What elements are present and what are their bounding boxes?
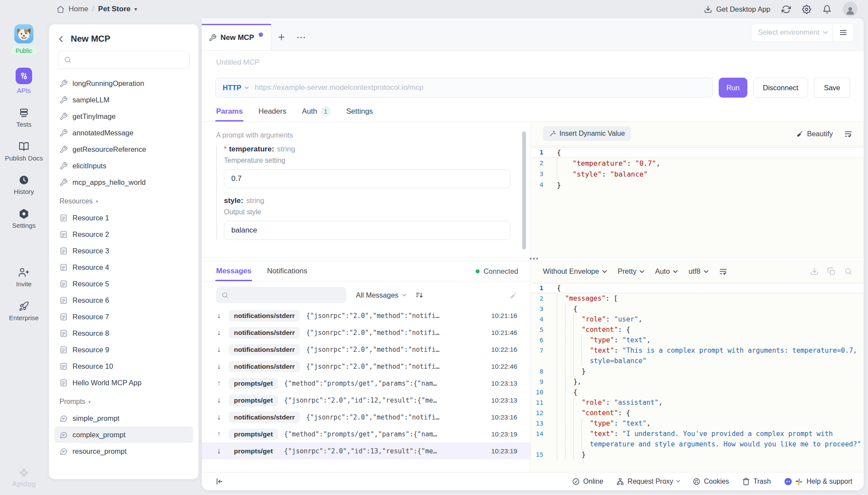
request-body-code[interactable]: 1 { 2 "temperature": "0.7", 3 "style": "… bbox=[531, 146, 864, 257]
rail-item-publish-docs[interactable]: Publish Docs bbox=[4, 141, 44, 163]
clear-messages-icon[interactable] bbox=[509, 291, 517, 299]
back-icon[interactable] bbox=[57, 35, 66, 43]
auth-count-badge: 1 bbox=[321, 106, 331, 116]
project-caret-icon[interactable]: ▾ bbox=[135, 6, 137, 12]
arrow-up-icon: ↑ bbox=[217, 429, 229, 439]
section-prompts[interactable]: Prompts ▾ bbox=[54, 393, 193, 410]
field-input-temperature[interactable]: 0.7 bbox=[224, 169, 510, 188]
explorer-search-input[interactable] bbox=[58, 51, 190, 69]
line-content: { bbox=[551, 387, 864, 397]
cookies-button[interactable]: Cookies bbox=[693, 478, 729, 485]
collapse-sidebar-icon[interactable] bbox=[215, 477, 224, 486]
url-input[interactable]: HTTP https://example-server.modelcontext… bbox=[215, 78, 713, 98]
resource-item-resource-6[interactable]: Resource 6 bbox=[54, 292, 193, 308]
save-button[interactable]: Save bbox=[814, 78, 850, 98]
tab-auth[interactable]: Auth1 bbox=[302, 101, 331, 121]
breadcrumb-project[interactable]: Pet Store bbox=[98, 5, 131, 13]
prompt-item-simple-prompt[interactable]: simple_prompt bbox=[54, 410, 193, 426]
rail-item-apis[interactable]: APIs bbox=[4, 68, 44, 95]
rail-item-invite[interactable]: Invite bbox=[4, 267, 44, 288]
line-number: 15 bbox=[531, 449, 551, 460]
request-proxy-button[interactable]: Request Proxy bbox=[616, 478, 680, 485]
mode-select[interactable]: Auto bbox=[655, 267, 677, 275]
workspace-avatar[interactable] bbox=[14, 24, 33, 43]
discord-icon[interactable] bbox=[784, 477, 792, 486]
rail-item-history[interactable]: History bbox=[4, 175, 44, 196]
prompt-item-complex-prompt[interactable]: complex_prompt bbox=[54, 426, 193, 443]
encoding-select[interactable]: utf8 bbox=[688, 267, 708, 275]
rail-item-enterprise[interactable]: Enterprise bbox=[4, 301, 44, 322]
sync-icon[interactable] bbox=[782, 5, 791, 14]
message-row[interactable]: ↓ notifications/stderr {"jsonrpc":"2.0",… bbox=[202, 324, 530, 341]
get-desktop-app-button[interactable]: Get Desktop App bbox=[704, 5, 770, 13]
insert-dynamic-value-button[interactable]: Insert Dynamic Value bbox=[543, 126, 631, 141]
online-status[interactable]: Online bbox=[572, 478, 603, 485]
environment-select[interactable]: Select environment bbox=[751, 28, 832, 36]
tool-item-annotatedmessage[interactable]: annotatedMessage bbox=[54, 125, 193, 141]
bell-icon[interactable] bbox=[822, 5, 832, 14]
slack-icon[interactable] bbox=[795, 478, 803, 485]
environment-menu-button[interactable] bbox=[833, 23, 854, 42]
word-wrap-icon[interactable] bbox=[844, 130, 852, 138]
section-resources[interactable]: Resources ▾ bbox=[54, 193, 193, 210]
tab-more-button[interactable]: ⋯ bbox=[291, 24, 311, 50]
resource-item-resource-5[interactable]: Resource 5 bbox=[54, 275, 193, 292]
message-row[interactable]: ↓ prompts/get {"jsonrpc":"2.0","id":12,"… bbox=[202, 392, 530, 409]
messages-search-input[interactable] bbox=[216, 287, 346, 303]
tab-notifications[interactable]: Notifications bbox=[267, 261, 307, 281]
field-input-style[interactable]: balance bbox=[224, 221, 510, 240]
resource-item-resource-1[interactable]: Resource 1 bbox=[54, 210, 193, 226]
run-button[interactable]: Run bbox=[719, 78, 747, 98]
resource-item-resource-10[interactable]: Resource 10 bbox=[54, 358, 193, 374]
message-row[interactable]: ↓ notifications/stderr {"jsonrpc":"2.0",… bbox=[202, 341, 530, 358]
resource-item-resource-3[interactable]: Resource 3 bbox=[54, 243, 193, 259]
envelope-select[interactable]: Without Envelope bbox=[543, 267, 606, 275]
params-scrollbar[interactable] bbox=[522, 131, 526, 249]
panel-resize-handle[interactable]: ●●● bbox=[202, 257, 864, 261]
response-body-code[interactable]: 1 { 2 "messages": [ 3 { 4 "role": "user"… bbox=[531, 282, 864, 472]
download-response-icon[interactable] bbox=[810, 267, 819, 275]
search-response-icon[interactable] bbox=[844, 267, 852, 275]
tool-item-getresourcereference[interactable]: getResourceReference bbox=[54, 141, 193, 157]
new-tab-button[interactable] bbox=[271, 24, 291, 50]
resource-item-resource-7[interactable]: Resource 7 bbox=[54, 308, 193, 325]
resource-item-resource-8[interactable]: Resource 8 bbox=[54, 325, 193, 341]
message-row[interactable]: ↓ notifications/stderr {"jsonrpc":"2.0",… bbox=[202, 358, 530, 375]
resource-item-hello-world-mcp-app[interactable]: Hello World MCP App bbox=[54, 374, 193, 391]
word-wrap-icon[interactable] bbox=[719, 267, 727, 275]
message-row[interactable]: ↓ prompts/get {"jsonrpc":"2.0","id":13,"… bbox=[202, 443, 530, 459]
tool-item-mcp-apps-hello-world[interactable]: mcp_apps_hello_world bbox=[54, 174, 193, 190]
tab-new-mcp[interactable]: New MCP bbox=[202, 24, 271, 50]
message-row[interactable]: ↑ prompts/get {"method":"prompts/get","p… bbox=[202, 426, 530, 443]
user-avatar[interactable] bbox=[843, 2, 858, 16]
copy-icon[interactable] bbox=[827, 267, 835, 275]
trash-button[interactable]: Trash bbox=[742, 478, 771, 485]
resource-item-resource-9[interactable]: Resource 9 bbox=[54, 341, 193, 358]
tool-item-gettinyimage[interactable]: getTinyImage bbox=[54, 108, 193, 125]
message-row[interactable]: ↓ notifications/stderr {"jsonrpc":"2.0",… bbox=[202, 307, 530, 324]
resource-item-resource-2[interactable]: Resource 2 bbox=[54, 226, 193, 243]
disconnect-button[interactable]: Disconnect bbox=[753, 78, 809, 98]
message-filter-select[interactable]: All Messages bbox=[356, 291, 406, 299]
sort-icon[interactable] bbox=[415, 291, 424, 299]
tool-item-longrunningoperation[interactable]: longRunningOperation bbox=[54, 75, 193, 92]
message-row[interactable]: ↑ prompts/get {"method":"prompts/get","p… bbox=[202, 375, 530, 392]
format-select[interactable]: Pretty bbox=[618, 267, 644, 275]
message-row[interactable]: ↓ notifications/stderr {"jsonrpc":"2.0",… bbox=[202, 409, 530, 426]
tab-params[interactable]: Params bbox=[216, 101, 243, 121]
gear-icon[interactable] bbox=[802, 5, 811, 14]
tab-messages[interactable]: Messages bbox=[216, 261, 251, 281]
beautify-button[interactable]: Beautify bbox=[796, 130, 833, 138]
tab-settings[interactable]: Settings bbox=[346, 101, 373, 121]
rail-item-settings[interactable]: Settings bbox=[4, 209, 44, 230]
tool-item-elicitinputs[interactable]: elicitInputs bbox=[54, 157, 193, 174]
tool-item-samplellm[interactable]: sampleLLM bbox=[54, 92, 193, 108]
breadcrumb-home[interactable]: Home bbox=[69, 5, 88, 13]
tab-headers[interactable]: Headers bbox=[258, 101, 286, 121]
mcp-name-input[interactable]: Untitled MCP bbox=[202, 51, 864, 74]
prompt-item-resource-prompt[interactable]: resource_prompt bbox=[54, 443, 193, 459]
rail-item-tests[interactable]: Tests bbox=[4, 108, 44, 129]
protocol-select[interactable]: HTTP bbox=[223, 84, 241, 92]
help-support-button[interactable]: Help & support bbox=[784, 477, 852, 486]
resource-item-resource-4[interactable]: Resource 4 bbox=[54, 259, 193, 275]
